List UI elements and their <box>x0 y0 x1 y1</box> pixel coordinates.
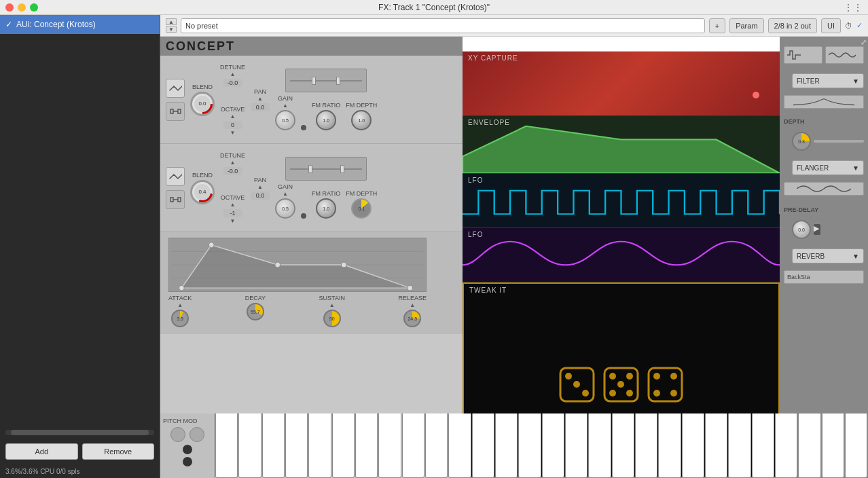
osc2-fm-ratio-knob[interactable]: 1.0 <box>316 198 336 219</box>
white-key[interactable] <box>565 413 587 478</box>
preset-arrows[interactable]: ▲ ▼ <box>166 18 177 33</box>
sidebar-active-item[interactable]: ✓ AUi: Concept (Krotos) <box>0 15 160 34</box>
close-button[interactable] <box>5 3 14 12</box>
preset-input[interactable] <box>181 18 705 33</box>
minimize-button[interactable] <box>18 3 26 12</box>
osc2-dot-selector[interactable] <box>301 213 306 219</box>
white-key[interactable] <box>425 413 448 478</box>
white-key[interactable] <box>775 413 797 478</box>
routing-button[interactable]: 2/8 in 2 out <box>768 18 817 33</box>
octave-down-arrows-1[interactable]: ▼ <box>230 130 236 136</box>
white-key[interactable] <box>845 413 867 478</box>
osc2-blend-knob[interactable]: 0.4 <box>190 180 215 204</box>
maximize-button[interactable] <box>30 3 38 12</box>
white-key[interactable] <box>728 413 751 478</box>
white-key[interactable] <box>402 413 424 478</box>
white-key[interactable] <box>752 413 774 478</box>
xy-capture-section[interactable]: XY CAPTURE <box>463 52 780 116</box>
lfo1-section[interactable]: LFO <box>463 174 780 228</box>
pitch-mod-knob-2[interactable] <box>189 427 204 442</box>
filter-dropdown[interactable]: FILTER ▼ <box>792 73 864 88</box>
detune-arrows-2[interactable]: ▲ <box>230 160 236 166</box>
white-key[interactable] <box>635 413 657 478</box>
white-key[interactable] <box>332 413 355 478</box>
xy-dot[interactable] <box>753 92 759 98</box>
osc1-blend-knob[interactable]: 0.0 <box>190 92 215 116</box>
osc2-fm-depth-knob[interactable]: 0.1 <box>351 198 372 219</box>
die-2[interactable] <box>602 366 640 403</box>
white-key[interactable] <box>262 413 285 478</box>
detune-arrows-1[interactable]: ▲ <box>230 72 236 77</box>
osc1-fm-ratio-knob[interactable]: 1.0 <box>316 110 336 130</box>
white-key[interactable] <box>822 413 844 478</box>
osc1-fm-display[interactable] <box>285 69 367 92</box>
depth-knob[interactable]: 0.3 <box>792 132 811 151</box>
white-key[interactable] <box>378 413 401 478</box>
param-button[interactable]: Param <box>729 18 763 33</box>
chevron-down-icon: ▼ <box>852 77 859 85</box>
pre-delay-play-btn[interactable]: ▶ <box>814 224 820 235</box>
white-key[interactable] <box>705 413 727 478</box>
decay-knob[interactable]: 55.7 <box>247 303 264 320</box>
attack-knob[interactable]: 3.9 <box>171 310 189 327</box>
osc1-wave2-selector[interactable] <box>166 102 185 121</box>
pan-arrows-1[interactable]: ▲ <box>257 96 263 102</box>
osc2-fm-display[interactable] <box>285 157 367 181</box>
osc1-fm-depth-knob[interactable]: 1.0 <box>351 110 372 130</box>
white-key[interactable] <box>215 413 238 478</box>
white-key[interactable] <box>682 413 704 478</box>
pre-delay-knob[interactable]: 0.0 <box>792 220 811 239</box>
flanger-dropdown[interactable]: FLANGER ▼ <box>792 160 864 175</box>
white-key[interactable] <box>238 413 261 478</box>
white-key[interactable] <box>658 413 681 478</box>
white-key[interactable] <box>518 413 541 478</box>
osc1-fm-handle-2[interactable] <box>336 77 340 85</box>
white-key[interactable] <box>588 413 611 478</box>
osc1-dot-selector[interactable] <box>301 125 306 130</box>
envelope-viz-section[interactable]: ENVELOPE <box>463 116 780 174</box>
pitch-mod-knob-1[interactable] <box>170 427 185 442</box>
osc2-wave-selector[interactable] <box>166 167 185 186</box>
svg-point-17 <box>565 373 572 380</box>
osc2-wave2-selector[interactable] <box>166 190 185 209</box>
add-button[interactable]: Add <box>5 443 78 460</box>
preset-down[interactable]: ▼ <box>166 26 177 33</box>
white-key[interactable] <box>472 413 494 478</box>
octave-down-arrows-2[interactable]: ▼ <box>230 219 236 224</box>
corner-resize-icon[interactable]: ⤢ <box>861 38 867 47</box>
octave-arrows-1[interactable]: ▲ <box>230 114 236 120</box>
preset-up[interactable]: ▲ <box>166 18 177 25</box>
pan-label-1: PAN <box>254 88 266 95</box>
reverb-dropdown[interactable]: REVERB ▼ <box>792 249 864 263</box>
add-param-button[interactable]: + <box>709 18 725 33</box>
die-3[interactable] <box>647 366 684 403</box>
osc1-wave-selector[interactable] <box>166 79 185 98</box>
lfo1-label: LFO <box>468 177 483 184</box>
osc2-fm-handle-1[interactable] <box>308 165 312 173</box>
back-sta-display[interactable]: BackSta <box>784 270 864 284</box>
osc1-fm-handle-1[interactable] <box>312 77 316 85</box>
pan-arrows-2[interactable]: ▲ <box>257 185 263 190</box>
depth-slider[interactable] <box>814 140 864 143</box>
white-key[interactable] <box>448 413 471 478</box>
white-key[interactable] <box>542 413 564 478</box>
lfo2-section[interactable]: LFO <box>463 228 780 282</box>
white-key[interactable] <box>798 413 820 478</box>
osc1-gain-knob[interactable]: 0.5 <box>275 110 295 130</box>
osc2-gain-knob[interactable]: 0.5 <box>275 198 295 219</box>
white-key[interactable] <box>612 413 634 478</box>
white-key[interactable] <box>355 413 378 478</box>
remove-button[interactable]: Remove <box>82 443 155 460</box>
sustain-knob[interactable]: 50 <box>323 310 341 327</box>
svg-point-25 <box>626 390 633 397</box>
osc2-fm-handle-2[interactable] <box>340 165 344 173</box>
envelope-canvas[interactable] <box>168 238 427 292</box>
white-key[interactable] <box>495 413 518 478</box>
white-key[interactable] <box>308 413 331 478</box>
scrollbar[interactable] <box>11 430 149 435</box>
die-1[interactable] <box>558 366 596 403</box>
white-key[interactable] <box>285 413 308 478</box>
release-knob[interactable]: 24.5 <box>403 310 421 327</box>
ui-button[interactable]: UI <box>821 18 841 33</box>
octave-arrows-2[interactable]: ▲ <box>230 202 236 208</box>
